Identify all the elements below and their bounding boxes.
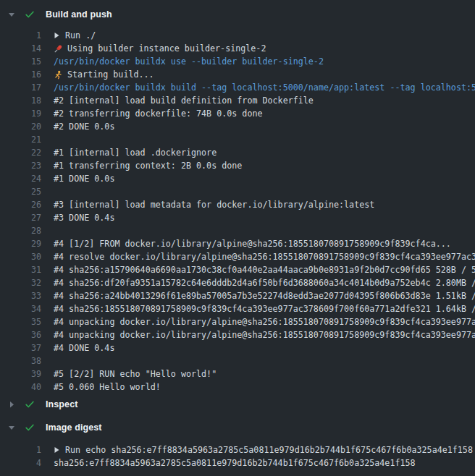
- line-number[interactable]: 34: [0, 302, 41, 315]
- log-text: #2 DONE 0.0s: [41, 120, 114, 133]
- line-number[interactable]: 22: [0, 146, 41, 159]
- log-text: #4 sha256:a15790640a6690aa1730c38cf0a440…: [41, 263, 475, 276]
- line-number[interactable]: 29: [0, 237, 41, 250]
- section-header-image-digest[interactable]: Image digest: [0, 420, 475, 435]
- log-text-content: #4 unpacking docker.io/library/alpine@sh…: [54, 315, 475, 328]
- log-lines-build-and-push: 1Run ./14Using builder instance builder-…: [0, 29, 475, 394]
- chevron-right-icon: [7, 401, 16, 408]
- log-line: 39#5 [2/2] RUN echo "Hello world!": [0, 367, 475, 381]
- log-line: 26#3 [internal] load metadata for docker…: [0, 198, 475, 211]
- section-title: Build and push: [46, 9, 112, 20]
- log-text-content: #1 [internal] load .dockerignore: [54, 146, 217, 159]
- log-line: 1Run echo sha256:e7ff8834a5963a2785c5a08…: [0, 443, 475, 456]
- log-text-content: #4 resolve docker.io/library/alpine@sha2…: [54, 250, 475, 263]
- line-number[interactable]: 38: [0, 354, 41, 367]
- log-line: 30#4 resolve docker.io/library/alpine@sh…: [0, 250, 475, 263]
- log-text-content: #3 DONE 0.4s: [54, 211, 114, 224]
- line-number[interactable]: 39: [0, 367, 41, 381]
- line-number[interactable]: 40: [0, 381, 41, 394]
- line-number[interactable]: 31: [0, 263, 41, 276]
- log-text: #1 [internal] load .dockerignore: [41, 146, 217, 159]
- log-text: #4 sha256:185518070891758909c9f839cf4ca3…: [41, 302, 475, 315]
- line-number[interactable]: 20: [0, 120, 41, 133]
- log-text-content: #1 DONE 0.0s: [54, 172, 114, 185]
- play-icon: [54, 446, 65, 454]
- log-text: /usr/bin/docker buildx build --tag local…: [41, 81, 475, 94]
- line-number[interactable]: 15: [0, 55, 41, 68]
- log-text-content: /usr/bin/docker buildx use --builder bui…: [54, 55, 324, 68]
- log-line: 24#1 DONE 0.0s: [0, 172, 475, 185]
- log-text: #1 DONE 0.0s: [41, 172, 114, 185]
- log-line: 18#2 [internal] load build definition fr…: [0, 94, 475, 107]
- log-text-content: #2 [internal] load build definition from…: [54, 94, 314, 107]
- log-line: 22#1 [internal] load .dockerignore: [0, 146, 475, 159]
- run-group-toggle[interactable]: Run echo sha256:e7ff8834a5963a2785c5a081…: [41, 443, 473, 456]
- line-number[interactable]: 14: [0, 42, 41, 55]
- log-text-content: Starting build...: [67, 68, 154, 81]
- log-line: 4sha256:e7ff8834a5963a2785c5a0811e979d16…: [0, 456, 475, 469]
- log-text: #5 [2/2] RUN echo "Hello world!": [41, 367, 217, 381]
- pushpin-icon: [54, 44, 63, 54]
- line-number[interactable]: 17: [0, 81, 41, 94]
- line-number[interactable]: 24: [0, 172, 41, 185]
- log-text: #4 unpacking docker.io/library/alpine@sh…: [41, 315, 475, 328]
- line-number[interactable]: 30: [0, 250, 41, 263]
- workflow-log-viewer: Build and push1Run ./14Using builder ins…: [0, 0, 475, 476]
- line-number[interactable]: 25: [0, 185, 41, 198]
- line-number[interactable]: 37: [0, 341, 41, 354]
- line-number[interactable]: 27: [0, 211, 41, 224]
- log-text-content: #4 sha256:185518070891758909c9f839cf4ca3…: [54, 302, 475, 315]
- log-line: 38: [0, 354, 475, 367]
- line-number[interactable]: 4: [0, 456, 41, 469]
- log-text-content: #4 sha256:a24bb4013296f61e89ba57005a7b3e…: [54, 289, 475, 302]
- log-text: #3 DONE 0.4s: [41, 211, 114, 224]
- log-text-content: #4 sha256:a15790640a6690aa1730c38cf0a440…: [54, 263, 475, 276]
- line-number[interactable]: 23: [0, 159, 41, 172]
- line-number[interactable]: 1: [0, 443, 41, 456]
- line-number[interactable]: 28: [0, 224, 41, 237]
- log-line: 40#5 0.060 Hello world!: [0, 381, 475, 394]
- line-number[interactable]: 16: [0, 68, 41, 81]
- log-line: 17/usr/bin/docker buildx build --tag loc…: [0, 81, 475, 94]
- log-text-content: #4 DONE 0.4s: [54, 341, 114, 354]
- runner-icon: [54, 70, 63, 80]
- check-icon: [25, 422, 35, 433]
- log-text-content: Using builder instance builder-single-2: [67, 42, 266, 55]
- section-header-inspect[interactable]: Inspect: [0, 397, 475, 412]
- log-line: 34#4 sha256:185518070891758909c9f839cf4c…: [0, 302, 475, 315]
- line-number[interactable]: 36: [0, 328, 41, 341]
- line-number[interactable]: 26: [0, 198, 41, 211]
- log-text-content: #2 transferring dockerfile: 74B 0.0s don…: [54, 107, 263, 120]
- line-number[interactable]: 33: [0, 289, 41, 302]
- log-line: 37#4 DONE 0.4s: [0, 341, 475, 354]
- log-text-content: #3 [internal] load metadata for docker.i…: [54, 198, 374, 211]
- log-text: /usr/bin/docker buildx use --builder bui…: [41, 55, 324, 68]
- line-number[interactable]: 32: [0, 276, 41, 289]
- play-icon: [54, 32, 65, 39]
- log-text-content: #5 [2/2] RUN echo "Hello world!": [54, 367, 217, 381]
- log-text: #4 unpacking docker.io/library/alpine@sh…: [41, 328, 475, 341]
- line-number[interactable]: 19: [0, 107, 41, 120]
- log-text-content: /usr/bin/docker buildx build --tag local…: [54, 81, 475, 94]
- log-text: #2 [internal] load build definition from…: [41, 94, 314, 107]
- log-text-content: #4 [1/2] FROM docker.io/library/alpine@s…: [54, 237, 451, 250]
- log-text: #2 transferring dockerfile: 74B 0.0s don…: [41, 107, 263, 120]
- log-line: 35#4 unpacking docker.io/library/alpine@…: [0, 315, 475, 328]
- line-number[interactable]: 18: [0, 94, 41, 107]
- log-text: #4 DONE 0.4s: [41, 341, 114, 354]
- line-number[interactable]: 35: [0, 315, 41, 328]
- log-text: #4 sha256:df20fa9351a15782c64e6dddb2d4a6…: [41, 276, 475, 289]
- log-line: 29#4 [1/2] FROM docker.io/library/alpine…: [0, 237, 475, 250]
- log-text-content: #2 DONE 0.0s: [54, 120, 114, 133]
- log-line: 1Run ./: [0, 29, 475, 42]
- log-lines-image-digest: 1Run echo sha256:e7ff8834a5963a2785c5a08…: [0, 443, 475, 469]
- check-icon: [25, 399, 35, 409]
- log-text: #4 resolve docker.io/library/alpine@sha2…: [41, 250, 475, 263]
- section-header-build-and-push[interactable]: Build and push: [0, 7, 475, 22]
- line-number[interactable]: 1: [0, 29, 41, 42]
- line-number[interactable]: 21: [0, 133, 41, 146]
- section-title: Image digest: [46, 422, 102, 433]
- section-title: Inspect: [46, 399, 77, 409]
- log-text-content: Run echo sha256:e7ff8834a5963a2785c5a081…: [65, 443, 473, 456]
- run-group-toggle[interactable]: Run ./: [41, 29, 96, 42]
